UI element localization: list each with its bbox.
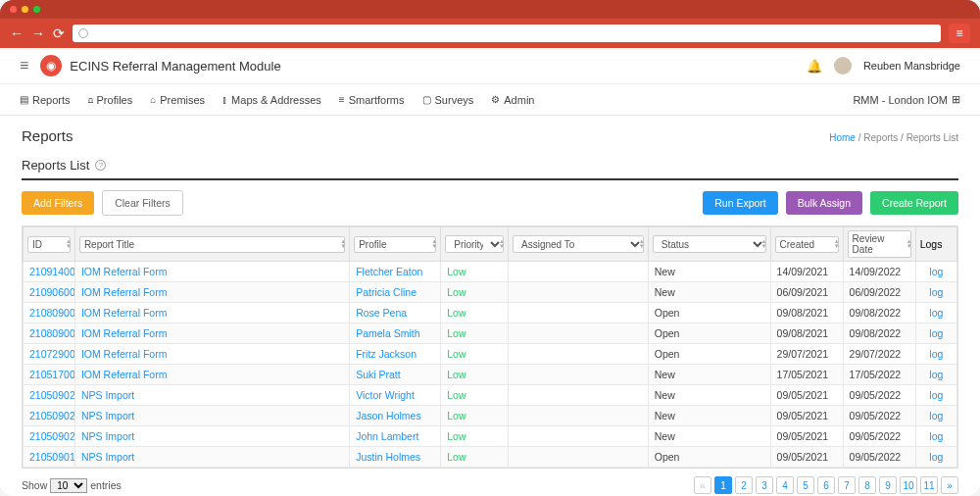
nav-smartforms[interactable]: ≡Smartforms bbox=[339, 94, 405, 106]
help-icon[interactable]: ? bbox=[95, 160, 106, 171]
window-max-dot[interactable] bbox=[33, 6, 40, 13]
page-3[interactable]: 3 bbox=[756, 476, 773, 494]
sort-icon: ▲▼ bbox=[431, 239, 437, 249]
run-export-button[interactable]: Run Export bbox=[703, 191, 778, 215]
add-filters-button[interactable]: Add Filters bbox=[22, 191, 94, 215]
context-selector[interactable]: RMM - London IOM⊞ bbox=[853, 93, 960, 106]
col-review[interactable]: Review Date▲▼ bbox=[843, 227, 915, 262]
window-min-dot[interactable] bbox=[22, 6, 28, 13]
cell-log[interactable]: log bbox=[915, 303, 956, 323]
cell-priority: Low bbox=[441, 282, 509, 303]
back-icon[interactable]: ← bbox=[10, 25, 24, 41]
cell-profile[interactable]: Pamela Smith bbox=[350, 323, 441, 344]
col-profile[interactable]: Profile▲▼ bbox=[350, 227, 441, 262]
cell-log[interactable]: log bbox=[915, 323, 956, 344]
cell-profile[interactable]: Patricia Cline bbox=[350, 282, 441, 303]
nav-surveys[interactable]: ▢Surveys bbox=[422, 94, 474, 106]
cell-id[interactable]: 210509022 bbox=[24, 406, 75, 426]
url-bar[interactable] bbox=[73, 25, 941, 42]
col-assigned[interactable]: Assigned To▲▼ bbox=[508, 227, 648, 262]
nav-admin[interactable]: ⚙Admin bbox=[491, 94, 534, 106]
username[interactable]: Reuben Mansbridge bbox=[863, 60, 960, 72]
cell-id[interactable]: 210509014 bbox=[24, 447, 75, 468]
cell-title[interactable]: NPS Import bbox=[74, 406, 349, 426]
cell-log[interactable]: log bbox=[915, 426, 956, 447]
cell-id[interactable]: 210517001 bbox=[24, 365, 75, 385]
page-prev[interactable]: « bbox=[694, 476, 711, 494]
cell-title[interactable]: NPS Import bbox=[74, 426, 349, 447]
cell-title[interactable]: IOM Referral Form bbox=[74, 303, 349, 323]
cell-log[interactable]: log bbox=[915, 365, 956, 385]
cell-assigned bbox=[508, 385, 648, 406]
page-2[interactable]: 2 bbox=[735, 476, 753, 494]
clear-filters-button[interactable]: Clear Filters bbox=[102, 190, 183, 216]
page-8[interactable]: 8 bbox=[858, 476, 876, 494]
cell-title[interactable]: IOM Referral Form bbox=[74, 282, 349, 303]
page-10[interactable]: 10 bbox=[900, 476, 917, 494]
cell-log[interactable]: log bbox=[915, 344, 956, 365]
cell-id[interactable]: 210809003 bbox=[24, 303, 75, 323]
page-5[interactable]: 5 bbox=[797, 476, 814, 494]
cell-id[interactable]: 210906001 bbox=[24, 282, 75, 303]
page-1[interactable]: 1 bbox=[714, 476, 732, 494]
cell-log[interactable]: log bbox=[915, 385, 956, 406]
cell-created: 09/05/2021 bbox=[770, 385, 843, 406]
reload-icon[interactable]: ⟳ bbox=[53, 25, 65, 41]
page-7[interactable]: 7 bbox=[838, 476, 856, 494]
page-size-select[interactable]: 10 bbox=[50, 478, 87, 493]
page-9[interactable]: 9 bbox=[879, 476, 897, 494]
cell-profile[interactable]: Victor Wright bbox=[350, 385, 441, 406]
cell-id[interactable]: 210509024 bbox=[24, 385, 75, 406]
app-title: ECINS Referral Management Module bbox=[70, 59, 280, 74]
cell-profile[interactable]: John Lambert bbox=[350, 426, 441, 447]
cell-log[interactable]: log bbox=[915, 406, 956, 426]
nav-profiles[interactable]: ⩍Profiles bbox=[88, 94, 133, 106]
forward-icon[interactable]: → bbox=[31, 25, 45, 41]
cell-profile[interactable]: Suki Pratt bbox=[350, 365, 441, 385]
nav-premises[interactable]: ⌂Premises bbox=[150, 94, 205, 106]
cell-title[interactable]: IOM Referral Form bbox=[74, 344, 349, 365]
page-4[interactable]: 4 bbox=[776, 476, 794, 494]
cell-title[interactable]: IOM Referral Form bbox=[74, 365, 349, 385]
create-report-button[interactable]: Create Report bbox=[870, 191, 958, 215]
bulk-assign-button[interactable]: Bulk Assign bbox=[786, 191, 862, 215]
cell-review: 09/08/2022 bbox=[843, 303, 915, 323]
cell-log[interactable]: log bbox=[915, 447, 956, 468]
cell-log[interactable]: log bbox=[915, 282, 956, 303]
col-created[interactable]: Created▲▼ bbox=[770, 227, 843, 262]
col-id[interactable]: ID▲▼ bbox=[24, 227, 75, 262]
page-6[interactable]: 6 bbox=[817, 476, 835, 494]
cell-log[interactable]: log bbox=[915, 262, 956, 282]
cell-profile[interactable]: Jason Holmes bbox=[350, 406, 441, 426]
cell-id[interactable]: 210729001 bbox=[24, 344, 75, 365]
browser-menu-icon[interactable]: ≡ bbox=[949, 24, 970, 43]
cell-profile[interactable]: Rose Pena bbox=[350, 303, 441, 323]
page-next[interactable]: » bbox=[941, 476, 958, 494]
window-close-dot[interactable] bbox=[10, 6, 17, 13]
cell-title[interactable]: IOM Referral Form bbox=[74, 323, 349, 344]
cell-title[interactable]: IOM Referral Form bbox=[74, 262, 349, 282]
breadcrumb-home[interactable]: Home bbox=[829, 132, 856, 143]
bell-icon[interactable]: 🔔 bbox=[807, 59, 822, 74]
col-title[interactable]: Report Title▲▼ bbox=[74, 227, 349, 262]
cell-title[interactable]: NPS Import bbox=[74, 385, 349, 406]
status-filter: Status bbox=[653, 235, 766, 253]
page-11[interactable]: 11 bbox=[920, 476, 938, 494]
cell-profile[interactable]: Fritz Jackson bbox=[350, 344, 441, 365]
cell-id[interactable]: 210509020 bbox=[24, 426, 75, 447]
nav-reports[interactable]: ▤Reports bbox=[20, 94, 71, 106]
browser-chrome: ← → ⟳ ≡ bbox=[0, 0, 980, 48]
cell-profile[interactable]: Fletcher Eaton bbox=[350, 262, 441, 282]
hamburger-icon[interactable]: ≡ bbox=[20, 57, 28, 74]
cell-profile[interactable]: Justin Holmes bbox=[350, 447, 441, 468]
cell-title[interactable]: NPS Import bbox=[74, 447, 349, 468]
cell-created: 29/07/2021 bbox=[770, 344, 843, 365]
avatar[interactable] bbox=[834, 57, 852, 74]
col-priority[interactable]: Priority▲▼ bbox=[441, 227, 509, 262]
nav-maps[interactable]: ⫿Maps & Addresses bbox=[222, 94, 321, 106]
cell-priority: Low bbox=[441, 447, 509, 468]
cell-id[interactable]: 210809001 bbox=[24, 323, 75, 344]
cell-id[interactable]: 210914001 bbox=[24, 262, 75, 282]
table-row: 210729001IOM Referral FormFritz JacksonL… bbox=[24, 344, 957, 365]
col-status[interactable]: Status▲▼ bbox=[648, 227, 770, 262]
